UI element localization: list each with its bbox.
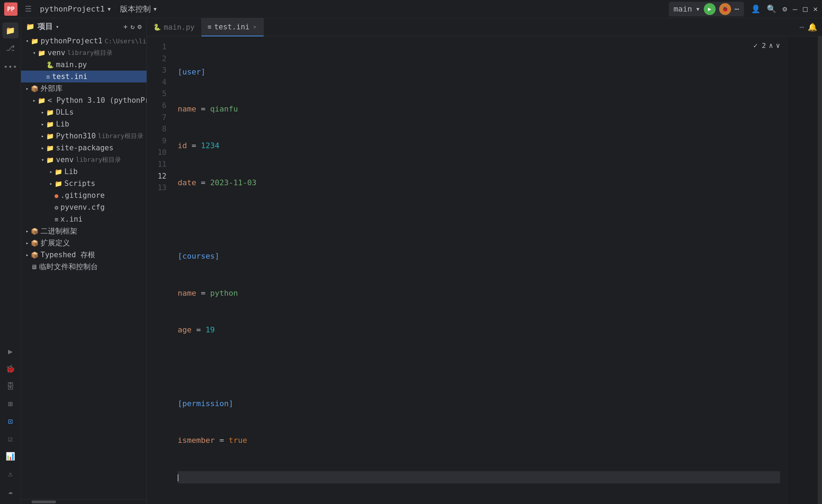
sidebar-item-lib[interactable]: ▸ 📁 Lib bbox=[21, 118, 147, 130]
temp-folder-icon: 🖥 bbox=[31, 263, 37, 271]
activity-run-icon[interactable]: ▶ bbox=[2, 343, 19, 359]
scrollbar-vertical[interactable] bbox=[818, 36, 822, 504]
sidebar-item-mainpy[interactable]: ▸ 🐍 main.py bbox=[21, 59, 147, 71]
line-num-5: 5 bbox=[147, 88, 166, 100]
activity-bottom1-icon[interactable]: ⚠ bbox=[2, 466, 19, 482]
dlls-label: DLLs bbox=[56, 108, 74, 116]
eq-2: = bbox=[187, 141, 201, 150]
editor-area: 🐍 main.py ≡ test.ini ✕ ⋯ 🔔 1 2 bbox=[147, 18, 822, 504]
editor-bottom-container: 🐍 main.py ≡ test.ini ✕ ⋯ 🔔 1 2 bbox=[147, 18, 822, 504]
tab-testini[interactable]: ≡ test.ini ✕ bbox=[201, 18, 264, 36]
activity-todo-icon[interactable]: ☑ bbox=[2, 431, 19, 447]
debug-button[interactable]: 🐞 bbox=[719, 3, 731, 15]
code-line-11: ismember = true bbox=[178, 434, 780, 446]
main-layout: 📁 ⎇ ••• ▶ 🐞 🗄 ⊞ ⊡ ☑ 📊 ⚠ bbox=[0, 18, 822, 504]
sidebar-item-venv2[interactable]: ▾ 📁 venv library根目录 bbox=[21, 154, 147, 166]
line-num-13: 13 bbox=[147, 182, 166, 194]
sitepkgs-folder-icon: 📁 bbox=[46, 144, 54, 152]
lib-folder-icon: 📁 bbox=[46, 121, 54, 128]
match-down-icon[interactable]: ∨ bbox=[776, 41, 780, 50]
tab-more-icon[interactable]: ⋯ bbox=[800, 23, 804, 31]
sidebar-item-external[interactable]: ▸ 📦 外部库 bbox=[21, 82, 147, 94]
dlls-folder-icon: 📁 bbox=[46, 109, 54, 116]
services-icon: ☁ bbox=[8, 487, 13, 496]
python310-folder-icon: 📁 bbox=[38, 97, 45, 104]
activity-git-icon[interactable]: ⎇ bbox=[2, 40, 19, 56]
sidebar-item-xini[interactable]: ▸ ≡ x.ini bbox=[21, 213, 147, 225]
settings-icon[interactable]: ⚙ bbox=[782, 5, 787, 13]
sidebar-item-python310[interactable]: ▸ 📁 < Python 3.10 (pythonProject bbox=[21, 94, 147, 106]
run-button[interactable]: ▶ bbox=[704, 3, 716, 15]
tab-mainpy-label: main.py bbox=[164, 23, 195, 31]
sidebar: 📁 项目 ▾ + ↻ ⚙ ▾ 📁 pythonProject1 C:\Users… bbox=[21, 18, 147, 504]
close-btn[interactable]: ✕ bbox=[813, 5, 818, 13]
sidebar-item-venv[interactable]: ▾ 📁 venv library根目录 bbox=[21, 47, 147, 59]
line-num-9: 9 bbox=[147, 135, 166, 147]
activity-debug-icon[interactable]: 🐞 bbox=[2, 361, 19, 377]
maximize-btn[interactable]: □ bbox=[803, 5, 808, 13]
code-line-2: name = qianfu bbox=[178, 103, 780, 115]
tab-testini-close[interactable]: ✕ bbox=[253, 23, 257, 31]
activity-project-icon[interactable]: 📁 bbox=[2, 22, 19, 38]
activity-terminal-icon[interactable]: ⊡ bbox=[2, 413, 19, 429]
project-folder-icon: 📁 bbox=[26, 22, 35, 31]
sidebar-item-lib2[interactable]: ▸ 📁 Lib bbox=[21, 166, 147, 178]
lib-label: Lib bbox=[56, 120, 69, 128]
hamburger-menu-btn[interactable]: ☰ bbox=[22, 2, 35, 16]
sidebar-item-dlls[interactable]: ▸ 📁 DLLs bbox=[21, 106, 147, 118]
activity-structure-icon[interactable]: 📊 bbox=[2, 448, 19, 464]
activity-bottom2-icon[interactable]: ☁ bbox=[2, 483, 19, 499]
title-bar-icons: 👤 🔍 ⚙ bbox=[751, 5, 787, 13]
profile-icon[interactable]: 👤 bbox=[751, 5, 760, 13]
lib2-label: Lib bbox=[64, 167, 78, 176]
section-permission: [permission] bbox=[178, 399, 233, 408]
sidebar-item-pyvenv[interactable]: ▸ ⚙ pyvenv.cfg bbox=[21, 201, 147, 213]
activity-layers-icon[interactable]: ⊞ bbox=[2, 396, 19, 412]
vcs-btn[interactable]: 版本控制 ▾ bbox=[116, 2, 161, 16]
sidebar-add-icon[interactable]: + bbox=[123, 22, 128, 31]
sidebar-item-scripts[interactable]: ▸ 📁 Scripts bbox=[21, 178, 147, 189]
root-path: C:\Users\lipin bbox=[105, 37, 147, 45]
sidebar-item-expand[interactable]: ▸ 📦 扩展定义 bbox=[21, 237, 147, 249]
sidebar-item-sitepkgs[interactable]: ▸ 📁 site-packages bbox=[21, 142, 147, 154]
title-bar-menu: ☰ pythonProject1 ▾ 版本控制 ▾ bbox=[22, 2, 161, 16]
sidebar-project-label: 项目 bbox=[37, 21, 53, 32]
sidebar-item-typeshed[interactable]: ▸ 📦 Typeshed 存根 bbox=[21, 249, 147, 261]
title-bar: PP ☰ pythonProject1 ▾ 版本控制 ▾ main ▾ ▶ 🐞 … bbox=[0, 0, 822, 18]
sidebar-item-python310lib[interactable]: ▸ 📁 Python310 library根目录 bbox=[21, 130, 147, 142]
sidebar-item-gitignore[interactable]: ▸ ● .gitignore bbox=[21, 189, 147, 201]
layers-icon: ⊞ bbox=[8, 399, 13, 408]
sidebar-item-temp[interactable]: ▸ 🖥 临时文件和控制台 bbox=[21, 261, 147, 273]
eq-6: = bbox=[215, 436, 229, 445]
code-line-3: id = 1234 bbox=[178, 139, 780, 152]
tab-mainpy[interactable]: 🐍 main.py bbox=[147, 18, 201, 36]
python310lib-folder-icon: 📁 bbox=[46, 132, 54, 140]
tree-root[interactable]: ▾ 📁 pythonProject1 C:\Users\lipin bbox=[21, 35, 147, 47]
play-icon: ▶ bbox=[708, 6, 711, 12]
sidebar-refresh-icon[interactable]: ↻ bbox=[130, 22, 135, 31]
root-chevron-icon: ▾ bbox=[24, 37, 31, 44]
expand-folder-icon: 📦 bbox=[31, 239, 38, 247]
minimize-btn[interactable]: — bbox=[793, 5, 797, 13]
notification-icon[interactable]: 🔔 bbox=[808, 23, 817, 31]
sidebar-scrollbar[interactable] bbox=[21, 499, 147, 504]
code-line-5 bbox=[178, 213, 780, 225]
match-up-icon[interactable]: ∧ bbox=[769, 41, 773, 50]
project-name-btn[interactable]: pythonProject1 ▾ bbox=[36, 3, 115, 15]
project-name-label: pythonProject1 bbox=[40, 5, 105, 13]
val-python: python bbox=[210, 289, 238, 297]
activity-ellipsis-icon[interactable]: ••• bbox=[2, 59, 19, 75]
match-count: ✓ 2 bbox=[753, 41, 766, 50]
more-icon[interactable]: ⋯ bbox=[735, 5, 739, 13]
sidebar-settings-icon[interactable]: ⚙ bbox=[137, 22, 142, 31]
code-content[interactable]: [user] name = qianfu id = 1234 date = 20… bbox=[171, 36, 787, 504]
code-line-8: age = 19 bbox=[178, 324, 780, 336]
code-line-1: [user] bbox=[178, 66, 780, 78]
search-icon[interactable]: 🔍 bbox=[767, 5, 776, 13]
sidebar-item-binary[interactable]: ▸ 📦 二进制框架 bbox=[21, 225, 147, 237]
sidebar-item-testini[interactable]: ▸ ≡ test.ini bbox=[21, 71, 147, 82]
activity-database-icon[interactable]: 🗄 bbox=[2, 378, 19, 394]
code-editor[interactable]: 1 2 3 4 5 6 7 8 9 10 11 12 13 [user] nam… bbox=[147, 36, 822, 504]
database-icon: 🗄 bbox=[7, 382, 14, 391]
scripts-folder-icon: 📁 bbox=[55, 180, 62, 187]
